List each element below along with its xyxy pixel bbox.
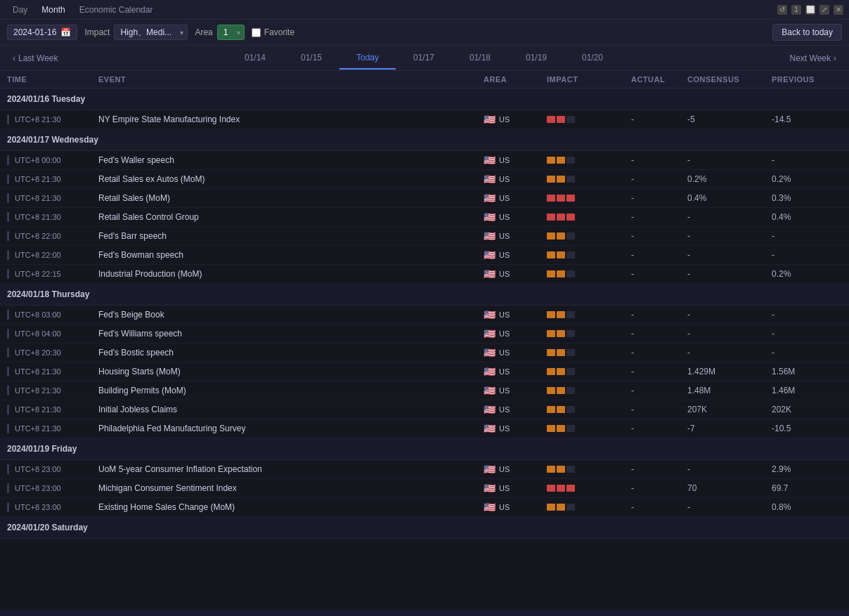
impact-bar-high2: [557, 116, 565, 123]
week-day-today[interactable]: Today: [339, 47, 396, 70]
bookmark-icon[interactable]: [7, 405, 9, 414]
bookmark-icon[interactable]: [7, 483, 9, 493]
header-actual: Actual: [631, 75, 687, 84]
bookmark-icon[interactable]: [7, 174, 9, 184]
week-day-0120[interactable]: 01/20: [564, 47, 621, 70]
time-cell: UTC+8 21:30: [7, 114, 98, 124]
favorite-label: Favorite: [264, 27, 294, 37]
week-day-0119[interactable]: 01/19: [508, 47, 564, 70]
table-row: UTC+8 22:00 Fed's Bowman speech 🇺🇸US - -…: [0, 246, 849, 265]
impact-select-wrapper: High、Medi...: [114, 25, 188, 40]
next-week-button[interactable]: Next Week ›: [784, 51, 842, 66]
date-picker[interactable]: 2024-01-16 📅: [7, 25, 77, 40]
table-row: UTC+8 22:00 Fed's Barr speech 🇺🇸US - - -: [0, 227, 849, 246]
header-time: Time: [7, 75, 98, 84]
header-impact: Impact: [547, 75, 631, 84]
header-previous: Previous: [772, 75, 842, 84]
bookmark-icon[interactable]: [7, 367, 9, 376]
tab-day[interactable]: Day: [6, 2, 34, 18]
prev-week-label: Last Week: [18, 53, 58, 63]
bookmark-icon[interactable]: [7, 502, 9, 512]
maximize-btn[interactable]: ⬜: [805, 5, 815, 15]
header-area: Area: [484, 75, 547, 84]
header-consensus: Consensus: [687, 75, 772, 84]
bookmark-icon[interactable]: [7, 310, 9, 320]
table-row: UTC+8 21:30 Retail Sales (MoM) 🇺🇸US - 0.…: [0, 189, 849, 208]
bookmark-icon[interactable]: [7, 386, 9, 395]
date-value: 2024-01-16: [13, 27, 56, 37]
consensus-cell: -5: [687, 114, 772, 124]
table-row: UTC+8 00:00 Fed's Waller speech 🇺🇸US - -…: [0, 151, 849, 170]
week-day-0115[interactable]: 01/15: [283, 47, 339, 70]
table-row: UTC+8 23:00 Michigan Consumer Sentiment …: [0, 479, 849, 498]
table-row: UTC+8 03:00 Fed's Beige Book 🇺🇸US - - -: [0, 306, 849, 325]
week-day-0114[interactable]: 01/14: [227, 47, 283, 70]
week-day-0117[interactable]: 01/17: [396, 47, 452, 70]
event-cell: NY Empire State Manufacturing Index: [98, 114, 484, 124]
section-header-0120: 2024/01/20 Saturday: [0, 517, 849, 539]
column-headers: Time Event Area Impact Actual Consensus …: [0, 71, 849, 89]
table-row: UTC+8 23:00 UoM 5-year Consumer Inflatio…: [0, 460, 849, 479]
area-filter-group: Area 1: [195, 25, 244, 40]
area-label: Area: [195, 27, 212, 37]
area-select[interactable]: 1: [217, 25, 245, 40]
table-row: UTC+8 21:30 Retail Sales Control Group 🇺…: [0, 208, 849, 227]
bookmark-icon[interactable]: [7, 193, 9, 203]
impact-select[interactable]: High、Medi...: [114, 25, 188, 40]
table-row: UTC+8 04:00 Fed's Williams speech 🇺🇸US -…: [0, 325, 849, 343]
table-row: UTC+8 21:30 Housing Starts (MoM) 🇺🇸US - …: [0, 362, 849, 381]
toolbar: 2024-01-16 📅 Impact High、Medi... Area 1 …: [0, 20, 849, 46]
chevron-right-icon: ›: [834, 53, 836, 63]
section-header-0118: 2024/01/18 Thursday: [0, 284, 849, 306]
section-header-0119: 2024/01/19 Friday: [0, 438, 849, 460]
section-header-0117: 2024/01/17 Wednesday: [0, 129, 849, 151]
impact-bar-high: [547, 116, 555, 123]
table-row: UTC+8 21:30 Initial Jobless Claims 🇺🇸US …: [0, 400, 849, 419]
table-row: UTC+8 21:30 Philadelphia Fed Manufacturi…: [0, 419, 849, 438]
chevron-left-icon: ‹: [13, 53, 15, 63]
table-row: UTC+8 21:30 Building Permits (MoM) 🇺🇸US …: [0, 381, 849, 400]
pin-btn[interactable]: 1: [791, 5, 801, 15]
tab-month[interactable]: Month: [34, 2, 72, 18]
impact-label: Impact: [84, 27, 110, 37]
favorite-checkbox[interactable]: [252, 28, 261, 37]
bookmark-icon[interactable]: [7, 348, 9, 358]
impact-bar-low: [566, 116, 575, 123]
bookmark-icon[interactable]: [7, 269, 9, 279]
prev-week-button[interactable]: ‹ Last Week: [7, 51, 63, 66]
area-select-wrapper: 1: [217, 25, 245, 40]
calendar-icon: 📅: [60, 27, 71, 37]
previous-cell: -14.5: [772, 114, 842, 124]
next-week-label: Next Week: [790, 53, 831, 63]
header-event: Event: [98, 75, 484, 84]
bookmark-icon[interactable]: [7, 155, 9, 165]
expand-btn[interactable]: ⤢: [819, 5, 829, 15]
week-nav: ‹ Last Week 01/14 01/15 Today 01/17 01/1…: [0, 46, 849, 71]
bookmark-icon[interactable]: [7, 464, 9, 474]
app-title: Economic Calendar: [79, 5, 777, 15]
bookmark-icon[interactable]: [7, 212, 9, 222]
restore-btn[interactable]: ↺: [777, 5, 787, 15]
table-row: UTC+8 22:15 Industrial Production (MoM) …: [0, 265, 849, 284]
section-header-0116: 2024/01/16 Tuesday: [0, 89, 849, 110]
impact-cell: [547, 116, 631, 123]
window-controls: ↺ 1 ⬜ ⤢ ✕: [777, 5, 843, 15]
back-to-today-button[interactable]: Back to today: [772, 24, 842, 41]
bookmark-icon[interactable]: [7, 424, 9, 433]
title-tabs: Day Month: [6, 2, 72, 18]
area-cell: 🇺🇸US: [484, 114, 547, 125]
table-container: Time Event Area Impact Actual Consensus …: [0, 71, 849, 610]
bookmark-icon[interactable]: [7, 250, 9, 260]
impact-filter-group: Impact High、Medi...: [84, 25, 188, 40]
bookmark-icon[interactable]: [7, 114, 9, 124]
close-btn[interactable]: ✕: [834, 5, 843, 15]
table-row: UTC+8 23:00 Existing Home Sales Change (…: [0, 498, 849, 517]
table-row: UTC+8 21:30 Retail Sales ex Autos (MoM) …: [0, 170, 849, 189]
table-row: UTC+8 20:30 Fed's Bostic speech 🇺🇸US - -…: [0, 343, 849, 362]
bookmark-icon[interactable]: [7, 329, 9, 339]
week-day-0118[interactable]: 01/18: [452, 47, 508, 70]
favorite-checkbox-label[interactable]: Favorite: [252, 27, 294, 37]
bookmark-icon[interactable]: [7, 231, 9, 241]
actual-cell: -: [631, 114, 687, 124]
title-bar: Day Month Economic Calendar ↺ 1 ⬜ ⤢ ✕: [0, 0, 849, 20]
